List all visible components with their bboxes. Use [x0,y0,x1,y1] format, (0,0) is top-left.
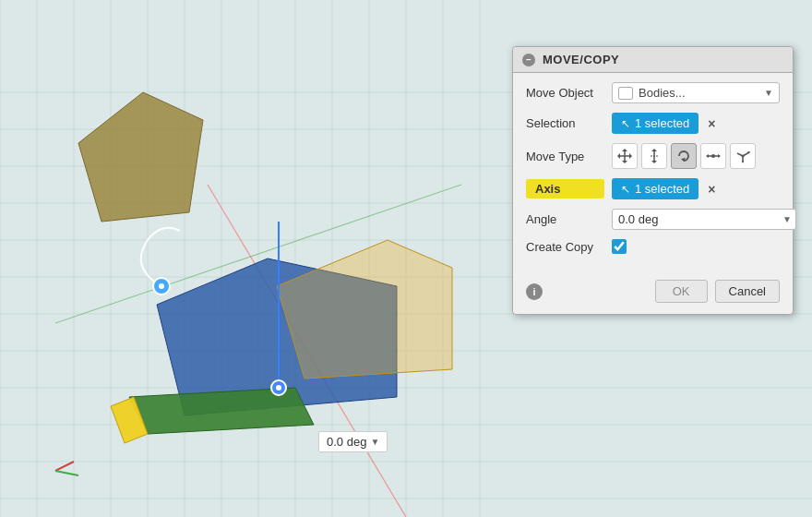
footer-buttons: OK Cancel [655,280,780,303]
create-copy-checkbox[interactable] [612,239,627,254]
move-copy-panel: − MOVE/COPY Move Object Bodies... ▼ Sele… [512,46,794,315]
ok-button[interactable]: OK [655,280,708,303]
bottom-angle-arrow[interactable]: ▼ [370,437,379,447]
svg-point-55 [711,154,715,158]
bottom-angle-value: 0.0 deg [327,435,366,449]
svg-marker-45 [622,149,627,151]
bottom-angle-indicator: 0.0 deg ▼ [318,431,388,452]
selection-label: Selection [526,116,604,130]
info-icon[interactable]: i [526,283,543,300]
create-copy-row: Create Copy [526,239,780,254]
cancel-button[interactable]: Cancel [715,280,780,303]
move-type-free[interactable] [700,143,726,169]
selection-content: ↖ 1 selected × [612,113,780,134]
move-object-row: Move Object Bodies... ▼ [526,82,780,103]
axis-selected-text: 1 selected [635,182,689,196]
panel-body: Move Object Bodies... ▼ Selection ↖ 1 se… [513,73,793,272]
axis-cursor-icon: ↖ [621,183,630,196]
move-object-label: Move Object [526,86,604,100]
selection-close-button[interactable]: × [704,114,719,133]
panel-header: − MOVE/COPY [513,47,793,73]
bodies-dropdown[interactable]: Bodies... ▼ [612,82,780,103]
bodies-dropdown-label: Bodies... [639,86,758,100]
svg-marker-54 [706,154,709,158]
svg-marker-48 [651,149,657,151]
svg-marker-49 [651,161,657,163]
angle-input-wrap: ▼ [612,209,796,230]
bodies-icon [618,87,633,100]
selection-button-text: 1 selected [635,116,689,130]
bodies-dropdown-arrow: ▼ [764,88,773,98]
axis-content: ↖ 1 selected × [612,178,780,199]
move-type-translate[interactable] [612,143,638,169]
angle-input[interactable] [613,210,779,229]
create-copy-content [612,239,780,254]
move-type-content [612,143,780,169]
axis-badge: Axis [526,179,604,198]
svg-marker-46 [622,161,627,163]
move-type-row: Move Type [526,143,780,169]
selection-button[interactable]: ↖ 1 selected [612,113,699,134]
svg-point-36 [276,385,281,391]
selection-row: Selection ↖ 1 selected × [526,113,780,134]
angle-content: ▼ [612,209,796,230]
svg-marker-42 [629,153,632,159]
axis-close-button[interactable]: × [704,180,719,198]
create-copy-label: Create Copy [526,240,604,254]
move-type-triad[interactable] [730,143,756,169]
svg-marker-53 [718,154,721,158]
axis-selection-button[interactable]: ↖ 1 selected [612,178,699,199]
angle-label: Angle [526,212,604,226]
move-type-translate-axis[interactable] [641,143,667,169]
angle-dropdown-arrow[interactable]: ▼ [779,214,795,224]
svg-point-38 [159,283,164,289]
panel-title: MOVE/COPY [543,53,619,66]
move-object-content: Bodies... ▼ [612,82,780,103]
move-type-rotate[interactable] [671,143,697,169]
move-type-label: Move Type [526,150,604,163]
axis-row: Axis ↖ 1 selected × [526,178,780,199]
footer-left: i [526,283,543,300]
cursor-icon: ↖ [621,117,630,130]
panel-collapse-icon[interactable]: − [522,54,535,66]
svg-marker-43 [617,153,620,159]
panel-footer: i OK Cancel [513,272,793,303]
svg-point-61 [742,155,745,158]
angle-row: Angle ▼ [526,209,780,230]
